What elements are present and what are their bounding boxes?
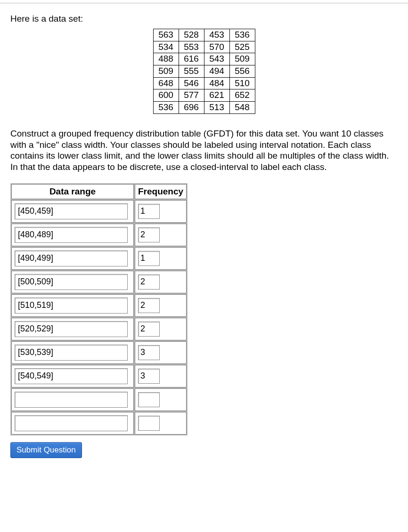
range-cell [11, 318, 134, 340]
data-cell: 509 [229, 53, 255, 65]
frequency-cell [135, 388, 187, 411]
gfdt-row [11, 318, 187, 340]
gfdt-row [11, 388, 187, 411]
data-range-input[interactable] [15, 298, 128, 314]
frequency-cell [135, 271, 187, 293]
frequency-cell [135, 341, 187, 364]
data-row: 509555494556 [153, 65, 255, 78]
data-range-input[interactable] [15, 345, 128, 361]
frequency-input[interactable] [138, 416, 160, 431]
frequency-cell [135, 200, 187, 223]
gfdt-row [11, 200, 187, 223]
header-frequency: Frequency [135, 184, 187, 199]
data-cell: 543 [204, 53, 229, 65]
data-cell: 488 [153, 53, 179, 65]
data-cell: 536 [153, 102, 179, 114]
data-cell: 555 [179, 65, 204, 78]
data-row: 536696513548 [153, 102, 255, 114]
data-cell: 484 [204, 77, 229, 89]
frequency-cell [135, 294, 187, 317]
data-cell: 536 [229, 29, 255, 41]
data-cell: 553 [179, 41, 204, 53]
data-cell: 513 [204, 102, 229, 114]
gfdt-row [11, 365, 187, 387]
frequency-input[interactable] [138, 369, 160, 384]
data-cell: 548 [229, 102, 255, 114]
data-cell: 525 [229, 41, 255, 53]
data-cell: 570 [204, 41, 229, 53]
data-cell: 563 [153, 29, 179, 41]
data-row: 648546484510 [153, 77, 255, 89]
instructions-text: Construct a grouped frequency distributi… [10, 128, 398, 173]
gfdt-row [11, 412, 187, 435]
data-range-input[interactable] [15, 368, 128, 384]
data-cell: 453 [204, 29, 229, 41]
data-row: 600577621652 [153, 89, 255, 102]
data-cell: 652 [229, 89, 255, 102]
data-cell: 546 [179, 77, 204, 89]
submit-button[interactable]: Submit Question [10, 442, 82, 458]
data-row: 534553570525 [153, 41, 255, 53]
frequency-input[interactable] [138, 274, 160, 290]
range-cell [11, 294, 134, 317]
range-cell [11, 365, 134, 387]
data-cell: 556 [229, 65, 255, 78]
gfdt-row [11, 271, 187, 293]
gfdt-row [11, 341, 187, 364]
gfdt-row [11, 247, 187, 270]
data-cell: 621 [204, 89, 229, 102]
data-cell: 528 [179, 29, 204, 41]
frequency-cell [135, 224, 187, 246]
frequency-cell [135, 365, 187, 387]
data-set-table: 5635284535365345535705254886165435095095… [153, 29, 255, 114]
frequency-input[interactable] [138, 204, 160, 219]
data-range-input[interactable] [15, 250, 128, 266]
range-cell [11, 271, 134, 293]
frequency-input[interactable] [138, 227, 160, 242]
range-cell [11, 247, 134, 270]
gfdt-row [11, 294, 187, 317]
header-data-range: Data range [11, 184, 134, 199]
data-cell: 534 [153, 41, 179, 53]
data-range-input[interactable] [15, 321, 128, 337]
range-cell [11, 388, 134, 411]
data-range-input[interactable] [15, 392, 128, 408]
data-cell: 648 [153, 77, 179, 89]
data-row: 563528453536 [153, 29, 255, 41]
data-cell: 509 [153, 65, 179, 78]
frequency-cell [135, 412, 187, 435]
data-row: 488616543509 [153, 53, 255, 65]
range-cell [11, 224, 134, 246]
gfdt-row [11, 224, 187, 246]
frequency-input[interactable] [138, 392, 160, 407]
frequency-input[interactable] [138, 345, 160, 360]
data-cell: 696 [179, 102, 204, 114]
frequency-cell [135, 318, 187, 340]
data-cell: 494 [204, 65, 229, 78]
range-cell [11, 200, 134, 223]
data-cell: 577 [179, 89, 204, 102]
data-range-input[interactable] [15, 227, 128, 243]
frequency-input[interactable] [138, 322, 160, 337]
frequency-input[interactable] [138, 251, 160, 266]
frequency-input[interactable] [138, 298, 160, 313]
data-range-input[interactable] [15, 415, 128, 431]
gfdt-table: Data range Frequency [10, 183, 188, 435]
intro-text: Here is a data set: [10, 14, 398, 24]
range-cell [11, 341, 134, 364]
data-cell: 600 [153, 89, 179, 102]
range-cell [11, 412, 134, 435]
data-cell: 510 [229, 77, 255, 89]
data-range-input[interactable] [15, 203, 128, 219]
data-cell: 616 [179, 53, 204, 65]
data-range-input[interactable] [15, 274, 128, 290]
frequency-cell [135, 247, 187, 270]
